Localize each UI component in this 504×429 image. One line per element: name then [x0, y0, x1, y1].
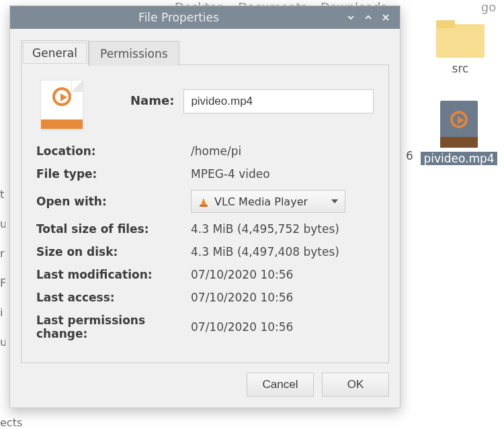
dialog-buttons: Cancel OK [10, 363, 400, 408]
ok-button[interactable]: OK [322, 373, 389, 397]
filename-input[interactable] [183, 89, 374, 113]
lastperm-label: Last permissions change: [36, 314, 191, 340]
lastaccess-value: 07/10/2020 10:56 [191, 291, 374, 304]
cancel-button[interactable]: Cancel [247, 373, 314, 397]
vlc-icon [198, 196, 209, 207]
titlebar[interactable]: File Properties [10, 6, 400, 29]
background-left-strip: t u r F i u [0, 188, 5, 352]
file-label: pivideo.mp4 [421, 152, 497, 165]
tabstrip: General Permissions [21, 40, 389, 65]
totalsize-value: 4.3 MiB (4,495,752 bytes) [191, 222, 374, 236]
lastperm-value: 07/10/2020 10:56 [191, 320, 374, 334]
openwith-dropdown[interactable]: VLC Media Player [191, 190, 345, 213]
desktop-file-pivideo[interactable]: pivideo.mp4 [415, 101, 503, 165]
sizeondisk-label: Size on disk: [36, 245, 191, 258]
minimize-icon[interactable] [342, 9, 360, 26]
lastmod-value: 07/10/2020 10:56 [191, 268, 374, 281]
tab-permissions[interactable]: Permissions [89, 41, 179, 66]
filetype-label: File type: [36, 167, 191, 181]
sizeondisk-value: 4.3 MiB (4,497,408 bytes) [191, 245, 374, 258]
background-bottom-text: ects [0, 416, 22, 429]
background-number: 6 [406, 149, 413, 162]
tabpanel-general: Name: Location: /home/pi File type: MPEG… [21, 64, 389, 363]
file-preview-icon [40, 80, 83, 130]
openwith-value: VLC Media Player [214, 195, 308, 208]
name-label: Name: [130, 80, 174, 107]
location-value: /home/pi [191, 144, 374, 158]
close-icon[interactable] [377, 9, 394, 26]
tab-general[interactable]: General [21, 40, 89, 66]
folder-icon [436, 20, 485, 58]
totalsize-label: Total size of files: [36, 222, 191, 236]
lastaccess-label: Last access: [36, 291, 191, 304]
folder-label: src [452, 62, 469, 75]
desktop-folder-src[interactable]: src [417, 20, 504, 75]
maximize-icon[interactable] [360, 9, 377, 26]
location-label: Location: [36, 144, 191, 158]
file-properties-dialog: File Properties General Permissions Name… [9, 5, 401, 408]
lastmod-label: Last modification: [36, 268, 191, 281]
chevron-down-icon [331, 199, 338, 203]
window-title: File Properties [15, 11, 342, 24]
video-file-icon [440, 101, 478, 148]
openwith-label: Open with: [36, 195, 191, 208]
filetype-value: MPEG-4 video [191, 167, 374, 181]
